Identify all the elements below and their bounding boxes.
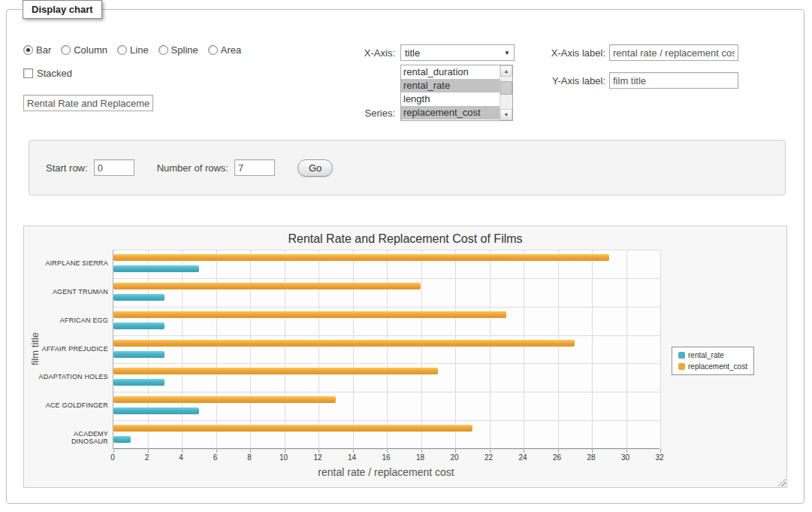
bar-replacement_cost[interactable] <box>113 311 506 318</box>
chart-type-option-column[interactable]: Column <box>61 44 107 56</box>
x-tick-label: 30 <box>614 453 637 462</box>
bar-replacement_cost[interactable] <box>113 368 438 374</box>
y-axis-label-label: Y-Axis label: <box>499 75 605 86</box>
x-gridline <box>558 250 559 448</box>
legend-swatch <box>678 352 685 359</box>
series-option-rental_duration[interactable]: rental_duration <box>401 65 500 79</box>
bar-replacement_cost[interactable] <box>113 396 336 403</box>
series-listbox-label: Series: <box>300 108 395 119</box>
chart-type-option-spline[interactable]: Spline <box>158 44 198 56</box>
num-rows-input[interactable] <box>234 159 275 176</box>
stacked-option[interactable]: Stacked <box>23 68 72 79</box>
legend-label: rental_rate <box>688 351 724 359</box>
start-row-input[interactable] <box>94 159 134 176</box>
x-tick-label: 8 <box>238 453 261 462</box>
chart-title-input[interactable] <box>23 95 153 111</box>
x-gridline <box>421 250 422 448</box>
category-label: AFRICAN EGG <box>38 317 108 324</box>
x-tick-label: 28 <box>580 453 602 462</box>
radio-bar[interactable] <box>23 45 33 55</box>
resize-handle-icon[interactable] <box>776 477 786 486</box>
chart-type-option-label: Spline <box>171 44 198 56</box>
y-axis-label-input[interactable] <box>609 72 738 89</box>
x-tick-label: 22 <box>478 453 500 462</box>
stacked-checkbox[interactable] <box>23 68 33 78</box>
series-option-rental_rate[interactable]: rental_rate <box>401 79 500 92</box>
category-label: AFFAIR PREJUDICE <box>38 345 108 353</box>
x-gridline <box>318 250 319 448</box>
x-gridline <box>490 250 491 448</box>
bar-replacement_cost[interactable] <box>113 283 421 289</box>
series-option-length[interactable]: length <box>401 92 500 106</box>
x-gridline <box>592 250 593 448</box>
x-gridline <box>660 250 661 448</box>
start-row-label: Start row: <box>46 162 88 174</box>
chart-type-option-area[interactable]: Area <box>208 44 241 56</box>
x-tick-label: 32 <box>648 453 671 462</box>
x-tick-label: 14 <box>341 453 364 462</box>
bar-rental_rate[interactable] <box>113 294 165 301</box>
rows-panel: Start row: Number of rows: Go <box>29 140 786 195</box>
bar-replacement_cost[interactable] <box>113 425 472 432</box>
x-tick-label: 16 <box>375 453 397 462</box>
x-tick-label: 18 <box>409 453 432 462</box>
chart-type-option-label: Bar <box>36 44 51 56</box>
listbox-scrollbar[interactable]: ▲ ▼ <box>500 65 512 120</box>
x-gridline <box>285 250 285 448</box>
x-gridline <box>626 250 627 448</box>
y-gridline <box>113 278 660 279</box>
x-axis-select[interactable]: title ▼ <box>400 44 515 61</box>
bar-rental_rate[interactable] <box>113 323 165 329</box>
legend-swatch <box>678 363 685 370</box>
y-gridline <box>113 250 660 250</box>
series-options: rental_durationrental_ratelengthreplacem… <box>401 65 500 120</box>
scroll-down-icon[interactable]: ▼ <box>500 109 512 120</box>
chart-type-option-bar[interactable]: Bar <box>23 44 51 56</box>
x-gridline <box>250 250 251 448</box>
radio-spline[interactable] <box>158 45 168 55</box>
category-label: ACE GOLDFINGER <box>38 401 108 409</box>
x-tick-label: 20 <box>443 453 466 462</box>
category-label: AIRPLANE SIERRA <box>38 259 108 267</box>
series-listbox[interactable]: rental_durationrental_ratelengthreplacem… <box>400 65 513 121</box>
x-axis-label-input[interactable] <box>609 44 738 61</box>
x-gridline <box>387 250 388 448</box>
chart-plot-area <box>113 250 660 449</box>
x-tick-label: 24 <box>512 453 534 462</box>
radio-line[interactable] <box>117 45 127 55</box>
x-tick-label: 10 <box>273 453 295 462</box>
bar-rental_rate[interactable] <box>113 265 199 272</box>
y-gridline <box>113 392 660 392</box>
radio-area[interactable] <box>208 45 218 55</box>
y-gridline <box>113 420 660 421</box>
legend-item-rental_rate[interactable]: rental_rate <box>678 351 747 359</box>
bar-replacement_cost[interactable] <box>113 254 609 261</box>
num-rows-label: Number of rows: <box>157 162 228 174</box>
bar-rental_rate[interactable] <box>113 436 131 443</box>
y-gridline <box>113 363 660 364</box>
chart-type-option-label: Area <box>221 44 241 56</box>
category-label: ACADEMY DINOSAUR <box>38 430 108 445</box>
category-label: AGENT TRUMAN <box>38 288 108 295</box>
go-button[interactable]: Go <box>297 159 333 177</box>
x-tick-label: 6 <box>204 453 227 462</box>
chart-type-option-line[interactable]: Line <box>117 44 149 56</box>
bar-rental_rate[interactable] <box>113 351 165 358</box>
category-label: ADAPTATION HOLES <box>38 373 108 380</box>
legend-item-replacement_cost[interactable]: replacement_cost <box>678 362 747 371</box>
x-gridline <box>353 250 354 448</box>
x-axis-selected-value: title <box>405 47 504 59</box>
x-tick-label: 0 <box>101 453 124 462</box>
chart-title: Rental Rate and Replacement Cost of Film… <box>24 232 786 246</box>
bar-rental_rate[interactable] <box>113 379 165 386</box>
x-tick-label: 26 <box>546 453 569 462</box>
bar-rental_rate[interactable] <box>113 407 199 414</box>
x-tick-label: 2 <box>136 453 158 462</box>
bar-replacement_cost[interactable] <box>113 340 575 347</box>
stacked-label: Stacked <box>37 68 72 79</box>
x-tick-label: 12 <box>306 453 329 462</box>
radio-column[interactable] <box>61 45 71 55</box>
chart-type-option-label: Line <box>130 44 149 56</box>
series-option-replacement_cost[interactable]: replacement_cost <box>401 106 500 120</box>
display-chart-fieldset: Display chart BarColumnLineSplineArea St… <box>6 9 804 504</box>
